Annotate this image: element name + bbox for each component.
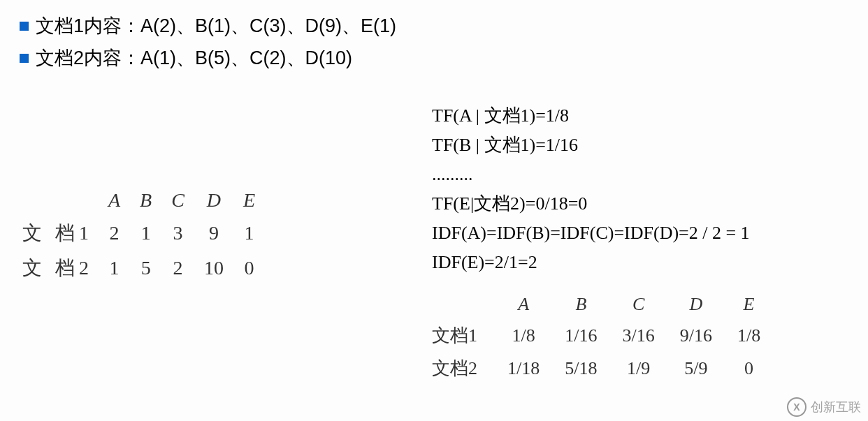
formula-line: TF(A | 文档1)=1/8 [432,101,865,131]
cell: 5 [130,251,161,286]
cell: 1/8 [495,319,552,352]
formula-line: IDF(A)=IDF(B)=IDF(C)=IDF(D)=2 / 2 = 1 [432,219,865,248]
cell: 9 [194,216,233,251]
bullet-row-1: 文档1内容：A(2)、B(1)、C(3)、D(9)、E(1) [20,10,848,42]
right-block: TF(A | 文档1)=1/8 TF(B | 文档1)=1/16 .......… [432,101,865,385]
col-header: E [725,290,773,319]
cell: 1/8 [725,319,773,352]
cell: 3/16 [609,319,667,352]
cell: 9/16 [667,319,725,352]
table-row: 文 档2 1 5 2 10 0 [13,251,265,286]
table-row: A B C D E [432,290,773,319]
cell: 2 [99,216,130,251]
header-blank [13,185,99,216]
col-header: D [667,290,725,319]
cell: 10 [194,251,233,286]
cell: 1 [99,251,130,286]
square-bullet-icon [20,54,29,63]
cell: 1/9 [609,352,667,385]
cell: 2 [161,251,194,286]
header-blank [432,290,495,319]
square-bullet-icon [20,22,29,31]
watermark-logo-letter: X [793,401,800,413]
col-header: E [233,185,265,216]
row-label: 文 档1 [13,216,99,251]
cell: 5/18 [552,352,609,385]
col-header: C [609,290,667,319]
cell: 1/18 [495,352,552,385]
col-header: B [552,290,609,319]
bullet-text-2: 文档2内容：A(1)、B(5)、C(2)、D(10) [36,45,352,71]
cell: 0 [233,251,265,286]
col-header: A [99,185,130,216]
count-table: A B C D E 文 档1 2 1 3 9 1 文 档2 1 5 2 10 0 [13,185,265,286]
count-table-container: A B C D E 文 档1 2 1 3 9 1 文 档2 1 5 2 10 0 [13,185,265,286]
table-row: 文档2 1/18 5/18 1/9 5/9 0 [432,352,773,385]
row-label: 文 档2 [13,251,99,286]
bullet-list: 文档1内容：A(2)、B(1)、C(3)、D(9)、E(1) 文档2内容：A(1… [0,0,868,74]
tfidf-table: A B C D E 文档1 1/8 1/16 3/16 9/16 1/8 文档2… [432,290,773,385]
watermark-text: 创新互联 [811,399,861,415]
formula-ellipsis: ......... [432,160,865,189]
row-label: 文档2 [432,352,495,385]
formula-line: TF(E|文档2)=0/18=0 [432,189,865,219]
bullet-row-2: 文档2内容：A(1)、B(5)、C(2)、D(10) [20,42,848,74]
cell: 1 [233,216,265,251]
col-header: D [194,185,233,216]
table-row: 文 档1 2 1 3 9 1 [13,216,265,251]
table-row: 文档1 1/8 1/16 3/16 9/16 1/8 [432,319,773,352]
cell: 1 [130,216,161,251]
col-header: C [161,185,194,216]
table-row: A B C D E [13,185,265,216]
cell: 0 [725,352,773,385]
col-header: B [130,185,161,216]
cell: 5/9 [667,352,725,385]
watermark-logo-icon: X [787,397,806,417]
cell: 1/16 [552,319,609,352]
formula-line: TF(B | 文档1)=1/16 [432,131,865,160]
bullet-text-1: 文档1内容：A(2)、B(1)、C(3)、D(9)、E(1) [36,13,396,38]
cell: 3 [161,216,194,251]
formula-line: IDF(E)=2/1=2 [432,248,865,277]
watermark: X 创新互联 [787,397,861,417]
row-label: 文档1 [432,319,495,352]
col-header: A [495,290,552,319]
